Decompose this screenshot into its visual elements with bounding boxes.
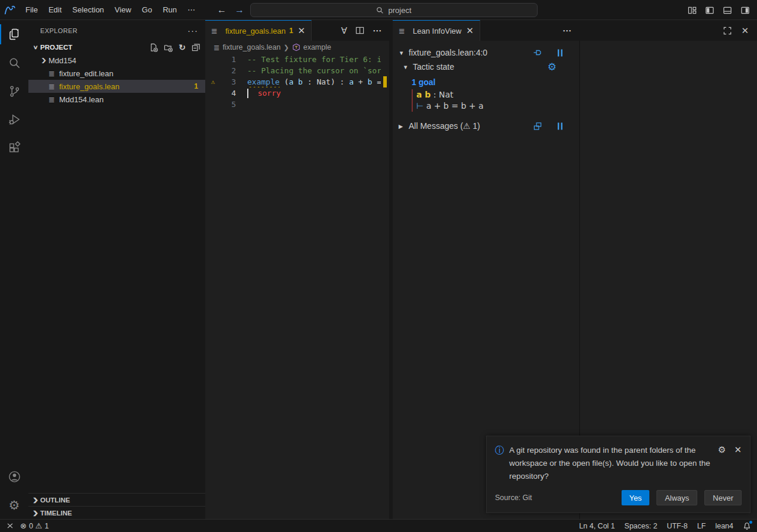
project-section-label: PROJECT xyxy=(40,44,72,51)
cursor-position[interactable]: Ln 4, Col 1 xyxy=(579,522,614,530)
open-messages-icon[interactable] xyxy=(533,122,542,131)
lean-logo-icon xyxy=(0,4,20,17)
file-icon: ≣ xyxy=(48,95,59,104)
hypothesis-type: : Nat xyxy=(431,90,453,99)
breadcrumb-file[interactable]: fixture_goals.lean xyxy=(222,43,280,51)
menu-go[interactable]: Go xyxy=(137,3,157,17)
file-icon: ≣ xyxy=(48,69,59,78)
settings-gear-icon[interactable]: ⚙ xyxy=(548,62,557,72)
menu-file[interactable]: File xyxy=(20,3,43,17)
goal-count: 1 goal xyxy=(412,77,573,87)
editor-group-code: ≣ fixture_goals.lean 1 ✕ ∀ ⋯ ≣ xyxy=(205,20,389,519)
close-group-icon[interactable]: ✕ xyxy=(741,25,749,36)
accounts-icon[interactable] xyxy=(0,462,28,491)
folder-label: Mdd154 xyxy=(48,56,76,65)
code-editor[interactable]: 1 -- Test fixture for Tier 6: in 2 -- Pl… xyxy=(205,54,389,519)
menu-edit[interactable]: Edit xyxy=(43,3,67,17)
language-mode[interactable]: lean4 xyxy=(715,522,733,530)
nav-forward-icon[interactable]: → xyxy=(235,5,244,15)
tactic-state-header[interactable]: ▼ Tactic state ⚙ xyxy=(399,60,573,74)
close-icon[interactable]: ✕ xyxy=(298,25,306,36)
file-label: Mdd154.lean xyxy=(59,95,103,104)
tree-item-mdd154-lean[interactable]: ≣ Mdd154.lean xyxy=(28,93,205,106)
encoding[interactable]: UTF-8 xyxy=(667,522,687,530)
maximize-group-icon[interactable] xyxy=(723,27,732,35)
nav-back-icon[interactable]: ← xyxy=(217,5,227,15)
warning-marker xyxy=(383,76,387,87)
infoview-location-header[interactable]: ▼ fixture_goals.lean:4:0 xyxy=(399,46,573,60)
code-line: 5 xyxy=(205,99,381,110)
menu-view[interactable]: View xyxy=(109,3,137,17)
goal-expression[interactable]: a + b = b + a xyxy=(423,101,483,111)
hypothesis-names[interactable]: a b xyxy=(416,90,431,99)
explorer-icon[interactable] xyxy=(0,20,28,48)
tab-fixture-goals[interactable]: ≣ fixture_goals.lean 1 ✕ xyxy=(205,20,312,41)
remote-indicator-icon[interactable] xyxy=(6,522,14,530)
toggle-panel-icon[interactable] xyxy=(723,6,732,15)
collapse-all-icon[interactable] xyxy=(192,43,200,52)
menu-run[interactable]: Run xyxy=(157,3,182,17)
file-label: fixture_goals.lean xyxy=(59,82,119,91)
command-center-search[interactable]: project xyxy=(250,3,538,17)
outline-section-header[interactable]: ❯ OUTLINE xyxy=(28,493,205,506)
breadcrumb-symbol[interactable]: example xyxy=(303,43,331,51)
menu-more[interactable]: ⋯ xyxy=(182,3,200,17)
project-section-header[interactable]: ∨ PROJECT ↻ xyxy=(28,41,205,54)
notifications-bell-icon[interactable] xyxy=(743,522,751,530)
more-actions-icon[interactable]: ⋯ xyxy=(373,25,382,36)
sidebar-explorer: EXPLORER ··· ∨ PROJECT ↻ xyxy=(28,20,205,519)
pause-updating-icon[interactable] xyxy=(557,49,564,57)
goal-block: a b : Nat ⊢ a + b = b + a xyxy=(412,89,573,112)
more-actions-icon[interactable]: ⋯ xyxy=(562,25,572,36)
close-icon[interactable]: ✕ xyxy=(734,445,742,454)
extensions-icon[interactable] xyxy=(0,134,28,162)
tree-item-folder-mdd154[interactable]: ❯ Mdd154 xyxy=(28,54,205,67)
refresh-icon[interactable]: ↻ xyxy=(179,43,186,51)
chevron-right-icon: ❯ xyxy=(29,510,42,516)
tree-item-fixture-goals[interactable]: ≣ fixture_goals.lean 1 xyxy=(28,80,205,93)
pause-updating-icon[interactable] xyxy=(557,122,564,130)
all-messages-header[interactable]: ▶ All Messages (⚠ 1) xyxy=(399,119,573,133)
always-button[interactable]: Always xyxy=(656,490,697,505)
timeline-label: TIMELINE xyxy=(40,510,72,517)
overview-ruler[interactable] xyxy=(381,54,389,519)
never-button[interactable]: Never xyxy=(704,490,742,505)
pin-icon[interactable] xyxy=(533,48,542,57)
toggle-secondary-sidebar-icon[interactable] xyxy=(740,6,750,15)
explorer-more-icon[interactable]: ··· xyxy=(187,25,198,35)
source-control-icon[interactable] xyxy=(0,77,28,105)
run-debug-icon[interactable] xyxy=(0,105,28,134)
search-sidebar-icon[interactable] xyxy=(0,48,28,77)
file-icon: ≣ xyxy=(399,27,409,35)
turnstile-symbol: ⊢ xyxy=(416,101,423,111)
settings-gear-icon[interactable]: ⚙ xyxy=(0,491,28,519)
tab-warning-badge: 1 xyxy=(289,27,293,35)
all-messages-label: All Messages (⚠ 1) xyxy=(409,121,480,131)
notification-settings-icon[interactable]: ⚙ xyxy=(718,445,726,454)
notification-message: A git repository was found in the parent… xyxy=(509,444,715,483)
split-editor-icon[interactable] xyxy=(355,26,364,35)
symbol-icon xyxy=(292,43,300,51)
problems-indicator[interactable]: ⊗ 0 ⚠ 1 xyxy=(20,522,48,530)
close-icon[interactable]: ✕ xyxy=(466,25,474,36)
lean-infoview-toggle-icon[interactable]: ∀ xyxy=(341,25,347,36)
new-folder-icon[interactable] xyxy=(164,43,173,52)
yes-button[interactable]: Yes xyxy=(622,490,649,505)
breadcrumb[interactable]: ≣ fixture_goals.lean ❯ example xyxy=(205,41,389,54)
infoview-location: fixture_goals.lean:4:0 xyxy=(409,48,487,57)
tactic-state-label: Tactic state xyxy=(413,62,454,72)
code-line: 2 -- Placing the cursor on `sorr xyxy=(205,65,381,76)
new-file-icon[interactable] xyxy=(149,43,158,52)
eol-sequence[interactable]: LF xyxy=(697,522,706,530)
explorer-title: EXPLORER xyxy=(40,27,77,34)
toggle-primary-sidebar-icon[interactable] xyxy=(705,6,714,15)
menu-selection[interactable]: Selection xyxy=(67,3,109,17)
tab-lean-infoview[interactable]: ≣ Lean InfoView ✕ xyxy=(393,20,480,41)
customize-layout-icon[interactable] xyxy=(688,6,697,15)
search-text: project xyxy=(388,6,411,15)
timeline-section-header[interactable]: ❯ TIMELINE xyxy=(28,506,205,519)
triangle-down-icon: ▼ xyxy=(403,64,413,70)
tree-item-fixture-edit[interactable]: ≣ fixture_edit.lean xyxy=(28,67,205,80)
triangle-down-icon: ▼ xyxy=(399,50,409,56)
indentation[interactable]: Spaces: 2 xyxy=(625,522,658,530)
